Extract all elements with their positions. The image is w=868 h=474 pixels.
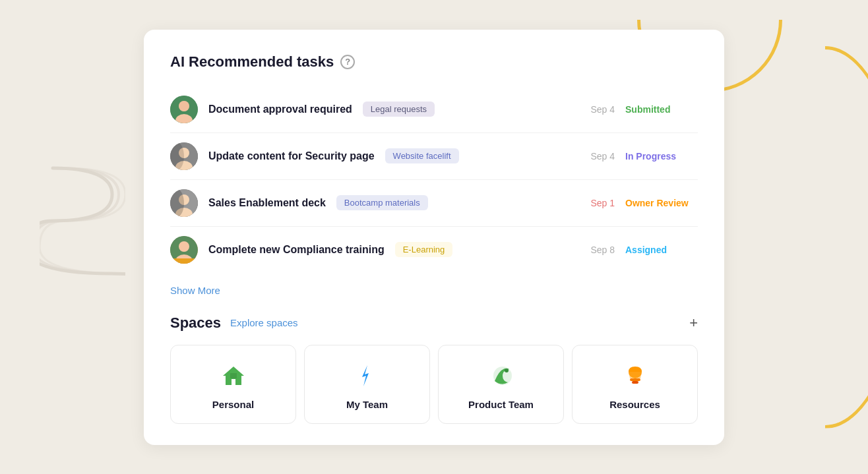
spaces-title: Spaces (170, 314, 221, 332)
task-name: Sales Enablement deck (208, 197, 326, 209)
svg-rect-21 (630, 378, 640, 381)
table-row: Complete new Compliance training E-Learn… (170, 227, 698, 273)
task-list: Document approval required Legal request… (170, 86, 698, 273)
task-tag: Website facelift (385, 148, 459, 163)
space-label-personal: Personal (212, 399, 254, 410)
task-name: Update content for Security page (208, 150, 375, 162)
svg-rect-11 (170, 189, 184, 217)
task-tag: E-Learning (395, 242, 453, 257)
space-label-productteam: Product Team (468, 399, 534, 410)
svg-rect-17 (230, 373, 237, 378)
productteam-icon (489, 364, 513, 391)
svg-rect-22 (632, 381, 638, 384)
task-tag: Bootcamp materials (336, 195, 428, 210)
task-date: Sep 4 (590, 104, 615, 115)
avatar (170, 236, 198, 264)
space-card-personal[interactable]: Personal (170, 345, 296, 424)
explore-spaces-link[interactable]: Explore spaces (230, 317, 298, 328)
table-row: Sales Enablement deck Bootcamp materials… (170, 180, 698, 227)
space-card-productteam[interactable]: Product Team (438, 345, 564, 424)
table-row: Update content for Security page Website… (170, 133, 698, 180)
spaces-grid: Personal My Team Product Team (170, 345, 698, 424)
task-date: Sep 4 (590, 151, 615, 162)
show-more-button[interactable]: Show More (170, 285, 220, 296)
status-badge: Owner Review (625, 198, 698, 208)
status-badge: Submitted (625, 104, 698, 115)
task-date: Sep 8 (590, 245, 615, 255)
task-date: Sep 1 (590, 198, 615, 208)
status-badge: In Progress (625, 151, 698, 162)
svg-point-13 (179, 241, 189, 252)
section-title-text: AI Recommended tasks (170, 53, 334, 71)
section-header: AI Recommended tasks ? (170, 53, 698, 71)
personal-icon (222, 364, 245, 391)
main-card: AI Recommended tasks ? Document approval… (144, 30, 724, 445)
task-name: Document approval required (208, 104, 352, 115)
svg-point-20 (505, 369, 509, 372)
space-card-resources[interactable]: Resources (572, 345, 698, 424)
avatar (170, 142, 198, 170)
space-label-myteam: My Team (346, 399, 388, 410)
status-badge: Assigned (625, 245, 698, 255)
help-icon[interactable]: ? (340, 55, 355, 69)
table-row: Document approval required Legal request… (170, 86, 698, 133)
space-label-resources: Resources (609, 399, 660, 410)
avatar (170, 96, 198, 123)
task-name: Complete new Compliance training (208, 244, 385, 256)
task-tag: Legal requests (363, 102, 435, 117)
bg-spiral-decoration (40, 162, 125, 313)
bg-arc-right (743, 46, 868, 429)
add-space-button[interactable]: + (689, 316, 698, 330)
resources-icon (623, 364, 647, 391)
svg-rect-7 (170, 142, 184, 170)
avatar (170, 189, 198, 217)
svg-rect-15 (170, 258, 198, 264)
spaces-header: Spaces Explore spaces + (170, 314, 698, 332)
svg-point-3 (179, 101, 189, 111)
svg-marker-18 (362, 365, 369, 386)
myteam-icon (356, 364, 379, 391)
space-card-myteam[interactable]: My Team (304, 345, 430, 424)
